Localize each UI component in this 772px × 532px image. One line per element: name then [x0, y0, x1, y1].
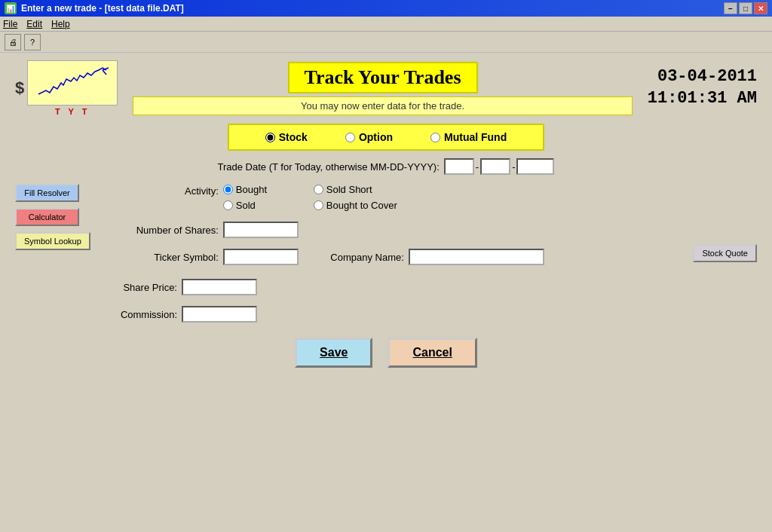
trade-date-day[interactable]: [480, 158, 510, 175]
commission-input[interactable]: [182, 306, 257, 323]
fill-resolver-button[interactable]: Fill Resolver: [15, 184, 79, 202]
radio-sold[interactable]: Sold: [223, 200, 314, 211]
radio-sold-short[interactable]: Sold Short: [314, 184, 419, 195]
center-form: Activity: Bought Sold Short Sold: [98, 184, 686, 276]
toolbar: 🖨 ?: [0, 32, 772, 53]
time-display: 11:01:31 AM: [648, 88, 757, 110]
minimize-button[interactable]: −: [724, 2, 737, 14]
header-area: $ T Y T Track Your Trades You may now en…: [15, 60, 757, 116]
date-display: 03-04-2011: [648, 66, 757, 88]
chart-box: [27, 60, 118, 105]
toolbar-icon-1[interactable]: 🖨: [5, 34, 21, 50]
calculator-button[interactable]: Calculator: [15, 208, 79, 226]
shares-input[interactable]: [223, 222, 299, 238]
menu-edit[interactable]: Edit: [26, 19, 42, 29]
title-block: Track Your Trades You may now enter data…: [133, 62, 633, 115]
trade-date-year[interactable]: [516, 158, 554, 175]
share-price-label: Share Price:: [87, 282, 177, 293]
radio-option[interactable]: Option: [345, 131, 393, 143]
chart-svg: [35, 64, 110, 102]
shares-label: Number of Shares:: [98, 225, 219, 236]
company-input[interactable]: [409, 249, 544, 265]
title-bar-text: Enter a new trade - [test data file.DAT]: [21, 3, 184, 14]
menu-help[interactable]: Help: [51, 19, 70, 29]
radio-bought[interactable]: Bought: [223, 184, 314, 195]
activity-grid: Bought Sold Short Sold Bought to Cover: [223, 184, 419, 211]
bottom-buttons: Save Cancel: [15, 338, 757, 368]
left-buttons: Fill Resolver Calculator Symbol Lookup: [15, 184, 90, 276]
chart-label: T Y T: [27, 107, 118, 116]
cancel-button[interactable]: Cancel: [388, 338, 476, 368]
ticker-company-row: Ticker Symbol: Company Name:: [98, 249, 686, 265]
stock-quote-button[interactable]: Stock Quote: [693, 244, 757, 262]
trade-date-row: Trade Date (T for Today, otherwise MM-DD…: [15, 158, 757, 175]
ticker-label: Ticker Symbol:: [98, 252, 219, 263]
price-fields: Share Price: Commission:: [87, 279, 757, 323]
ticker-input[interactable]: [223, 249, 299, 265]
shares-row: Number of Shares:: [98, 222, 686, 238]
window-controls: − □ ✕: [724, 2, 767, 14]
share-price-input[interactable]: [182, 279, 257, 295]
share-price-row: Share Price:: [87, 279, 757, 295]
subtitle-bar: You may now enter data for the trade.: [133, 96, 633, 115]
radio-bought-to-cover[interactable]: Bought to Cover: [314, 200, 419, 211]
datetime-block: 03-04-2011 11:01:31 AM: [648, 66, 757, 109]
radio-mutual-fund[interactable]: Mutual Fund: [430, 131, 507, 143]
radio-stock[interactable]: Stock: [265, 131, 308, 143]
symbol-lookup-button[interactable]: Symbol Lookup: [15, 232, 90, 250]
company-label: Company Name:: [314, 252, 404, 263]
restore-button[interactable]: □: [739, 2, 752, 14]
form-area: Fill Resolver Calculator Symbol Lookup A…: [15, 184, 757, 276]
dollar-sign: $: [15, 78, 24, 98]
activity-row: Activity: Bought Sold Short Sold: [98, 184, 686, 211]
app-icon: 📊: [5, 2, 17, 14]
right-side: Stock Quote: [693, 184, 757, 276]
activity-label: Activity:: [98, 184, 219, 197]
trade-type-bar: Stock Option Mutual Fund: [228, 124, 544, 151]
menu-file[interactable]: File: [3, 19, 17, 29]
save-button[interactable]: Save: [295, 338, 372, 368]
toolbar-icon-2[interactable]: ?: [24, 34, 41, 50]
menu-bar: File Edit Help: [0, 17, 772, 32]
title-bar: 📊 Enter a new trade - [test data file.DA…: [0, 0, 772, 17]
main-content: $ T Y T Track Your Trades You may now en…: [0, 53, 772, 375]
commission-label: Commission:: [87, 309, 177, 320]
app-title: Track Your Trades: [288, 62, 478, 93]
commission-row: Commission:: [87, 306, 757, 323]
trade-date-month[interactable]: [444, 158, 474, 175]
trade-date-label: Trade Date (T for Today, otherwise MM-DD…: [218, 161, 440, 173]
close-button[interactable]: ✕: [754, 2, 767, 14]
logo-area: $ T Y T: [15, 60, 118, 116]
